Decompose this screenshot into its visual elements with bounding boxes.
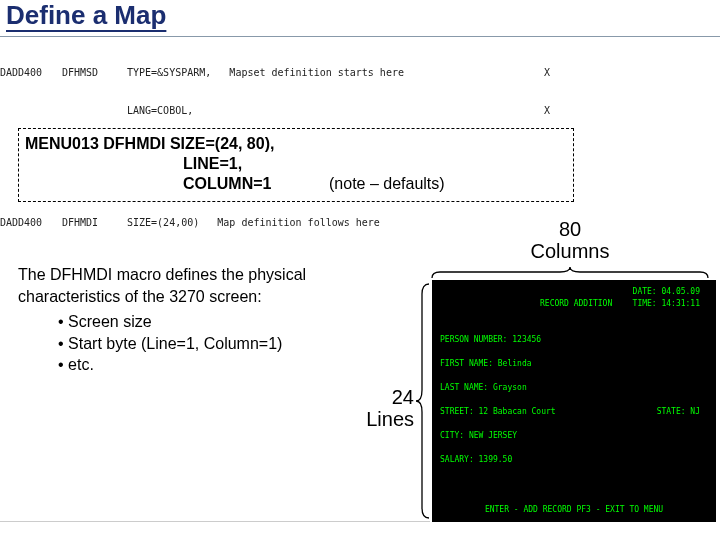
page-number: 16 [0, 525, 720, 536]
footer-rule [0, 521, 430, 522]
code-rest: LANG=COBOL, [127, 105, 193, 116]
brace-vertical-icon [414, 282, 432, 520]
code-col2: DFHMDI [62, 217, 127, 230]
terminal-field: PERSON NUMBER: 123456 [440, 334, 708, 346]
terminal-field: SALARY: 1399.50 [440, 454, 708, 466]
code-continuation: X [544, 105, 550, 118]
body-bullet: etc. [58, 354, 388, 376]
terminal-field: FIRST NAME: Belinda [440, 358, 708, 370]
body-paragraph: The DFHMDI macro defines the physical ch… [18, 264, 388, 376]
definition-box: MENU013 DFHMDI SIZE=(24, 80), LINE=1, CO… [18, 128, 574, 202]
body-bullet: Screen size [58, 311, 388, 333]
code-rest: SIZE=(24,00) [127, 217, 199, 228]
terminal-field: CITY: NEW JERSEY [440, 430, 708, 442]
lines-count: 24 [392, 386, 414, 408]
definition-line-2: LINE=1, [183, 155, 242, 173]
lines-word: Lines [366, 408, 414, 430]
code-rest: TYPE=&SYSPARM, [127, 67, 211, 78]
code-col1: DADD400 [0, 217, 62, 230]
code-col2: DFHMSD [62, 67, 127, 80]
terminal-heading: RECORD ADDITION [540, 298, 612, 310]
terminal-field: STREET: 12 Babacan Court [440, 407, 556, 416]
terminal-field: LAST NAME: Grayson [440, 382, 708, 394]
columns-count: 80 [559, 218, 581, 240]
code-note: Mapset definition starts here [229, 67, 404, 78]
lines-label: 24 Lines [344, 386, 414, 430]
code-note: Map definition follows here [217, 217, 380, 228]
terminal-3270: DATE: 04.05.09 RECORD ADDITIONTIME: 14:3… [432, 280, 716, 522]
code-continuation: X [544, 67, 550, 80]
definition-note: (note – defaults) [329, 175, 445, 193]
terminal-field: STATE: NJ [657, 406, 700, 418]
definition-line-1: MENU013 DFHMDI SIZE=(24, 80), [25, 135, 274, 153]
title-underline-rule [0, 36, 720, 37]
brace-horizontal-icon [430, 266, 710, 280]
definition-line-3: COLUMN=1 [183, 175, 271, 193]
page-title: Define a Map [6, 0, 166, 31]
terminal-date: DATE: 04.05.09 [633, 286, 700, 298]
body-intro-2: characteristics of the 3270 screen: [18, 288, 262, 305]
terminal-footer: ENTER - ADD RECORD PF3 - EXIT TO MENU [432, 504, 716, 516]
columns-word: Columns [531, 240, 610, 262]
body-bullet: Start byte (Line=1, Column=1) [58, 333, 388, 355]
code-col1: DADD400 [0, 67, 62, 80]
body-intro-1: The DFHMDI macro defines the physical [18, 266, 306, 283]
columns-label: 80 Columns [520, 218, 620, 262]
terminal-time: TIME: 14:31:11 [633, 298, 700, 310]
